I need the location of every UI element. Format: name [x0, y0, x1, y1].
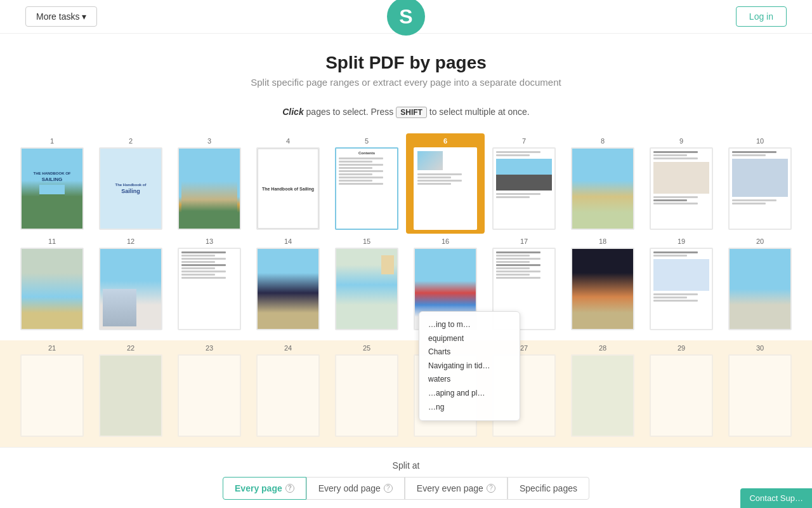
page-num-24: 24: [284, 344, 292, 352]
page-image-11: [20, 248, 84, 330]
page-num-4: 4: [286, 137, 290, 145]
page-thumb-28[interactable]: 28: [563, 340, 642, 441]
tooltip-line-2: equipment: [428, 332, 511, 346]
split-options: Every page ? Every odd page ? Every even…: [13, 477, 799, 500]
click-word: Click: [282, 107, 303, 117]
page-thumb-25[interactable]: 25: [327, 340, 406, 441]
page-image-1: THE HANDBOOK OF SAILING: [20, 147, 84, 230]
page-thumb-30[interactable]: 30: [721, 340, 799, 441]
page-num-10: 10: [756, 137, 764, 145]
page-image-30: [728, 354, 792, 437]
page-image-23: [178, 354, 241, 437]
page-image-14: [256, 248, 320, 330]
pages-area: 1 THE HANDBOOK OF SAILING 2 The Handbook…: [0, 127, 812, 447]
page-num-25: 25: [363, 344, 370, 352]
page-thumb-1[interactable]: 1 THE HANDBOOK OF SAILING: [13, 133, 91, 234]
bottom-panel: Split at Every page ? Every odd page ? E…: [0, 447, 812, 508]
every-odd-page-info-icon[interactable]: ?: [384, 484, 393, 493]
page-thumb-11[interactable]: 11: [13, 234, 91, 334]
page-image-19: [650, 248, 713, 330]
page-num-27: 27: [520, 344, 528, 352]
page6-tooltip: …ing to m… equipment Charts Navigating i…: [419, 311, 520, 421]
page-thumb-2[interactable]: 2 The Handbook of Sailing: [91, 133, 170, 234]
page-thumb-10[interactable]: 10: [721, 133, 799, 234]
page-image-18: [571, 248, 634, 330]
page-thumb-8[interactable]: 8: [563, 133, 642, 234]
page-image-15: [335, 248, 398, 330]
page-image-12: [99, 248, 162, 330]
page-image-3: [178, 147, 241, 230]
every-even-page-info-icon[interactable]: ?: [487, 484, 495, 493]
page-num-2: 2: [129, 137, 133, 145]
every-odd-page-button[interactable]: Every odd page ?: [306, 477, 405, 500]
logo: S: [387, 0, 425, 36]
every-page-button[interactable]: Every page ?: [223, 477, 306, 500]
every-page-label: Every page: [235, 483, 282, 493]
page-thumb-6[interactable]: 6: [406, 133, 485, 234]
page-num-1: 1: [50, 137, 54, 145]
page-thumb-4[interactable]: 4 The Handbook of Sailing: [249, 133, 327, 234]
page-num-29: 29: [678, 344, 685, 352]
pages-grid-row3: 21 22 23 24 25: [0, 340, 812, 447]
page-thumb-22[interactable]: 22: [91, 340, 170, 441]
page-thumb-24[interactable]: 24: [249, 340, 327, 441]
page-title: Split PDF by pages: [0, 53, 812, 73]
page-image-24: [256, 354, 320, 437]
page-thumb-14[interactable]: 14: [249, 234, 327, 334]
tooltip-line-4: Navigating in tid…: [428, 359, 511, 373]
page-thumb-20[interactable]: 20: [721, 234, 799, 334]
page-thumb-21[interactable]: 21: [13, 340, 91, 441]
every-odd-page-label: Every odd page: [318, 483, 381, 493]
pages-grid-row1: 1 THE HANDBOOK OF SAILING 2 The Handbook…: [0, 127, 812, 234]
page-num-18: 18: [599, 237, 606, 245]
page-num-15: 15: [363, 237, 370, 245]
page-num-3: 3: [207, 137, 211, 145]
every-page-info-icon[interactable]: ?: [285, 484, 294, 493]
tooltip-line-3: Charts: [428, 345, 511, 359]
page-image-6: [414, 147, 477, 230]
page-image-21: [20, 354, 84, 437]
more-tasks-button[interactable]: More tasks ▾: [25, 6, 97, 27]
page-image-4: The Handbook of Sailing: [256, 147, 320, 230]
page-thumb-12[interactable]: 12: [91, 234, 170, 334]
page-num-22: 22: [127, 344, 134, 352]
page-num-17: 17: [520, 237, 528, 245]
header: More tasks ▾ S Log in: [0, 0, 812, 34]
page-image-10: [728, 147, 792, 230]
page-thumb-3[interactable]: 3: [170, 133, 249, 234]
page-thumb-29[interactable]: 29: [642, 340, 721, 441]
instruction-text2: to select multiple at once.: [429, 107, 530, 117]
page-thumb-5[interactable]: 5 Contents: [327, 133, 406, 234]
page-image-28: [571, 354, 634, 437]
page-thumb-13[interactable]: 13: [170, 234, 249, 334]
page-num-9: 9: [679, 137, 683, 145]
page-num-6: 6: [443, 137, 447, 145]
tooltip-line-6: …aping and pl…: [428, 387, 511, 401]
page-image-2: The Handbook of Sailing: [99, 147, 162, 230]
title-section: Split PDF by pages Split specific page r…: [0, 34, 812, 100]
page-subtitle: Split specific page ranges or extract ev…: [0, 77, 812, 88]
page-thumb-15[interactable]: 15: [327, 234, 406, 334]
page-image-7: [492, 147, 556, 230]
page-num-5: 5: [365, 137, 369, 145]
page-thumb-9[interactable]: 9: [642, 133, 721, 234]
page-num-13: 13: [206, 237, 213, 245]
page-image-13: [178, 248, 241, 330]
instruction-text1: pages to select. Press: [306, 107, 396, 117]
page-num-30: 30: [756, 344, 764, 352]
instruction-bar: Click pages to select. Press SHIFT to se…: [0, 100, 812, 127]
page-image-22: [99, 354, 162, 437]
every-even-page-label: Every even page: [417, 483, 483, 493]
page-thumb-18[interactable]: 18: [563, 234, 642, 334]
page-thumb-23[interactable]: 23: [170, 340, 249, 441]
page-image-25: [335, 354, 398, 437]
contact-support-button[interactable]: Contact Sup…: [740, 488, 812, 508]
specific-pages-button[interactable]: Specific pages: [508, 477, 589, 500]
page-thumb-7[interactable]: 7: [485, 133, 563, 234]
pages-grid-row2: 11 12 13: [0, 234, 812, 340]
page-num-7: 7: [522, 137, 526, 145]
page-thumb-19[interactable]: 19: [642, 234, 721, 334]
login-button[interactable]: Log in: [736, 6, 787, 27]
every-even-page-button[interactable]: Every even page ?: [405, 477, 508, 500]
page-image-5: Contents: [335, 147, 398, 230]
